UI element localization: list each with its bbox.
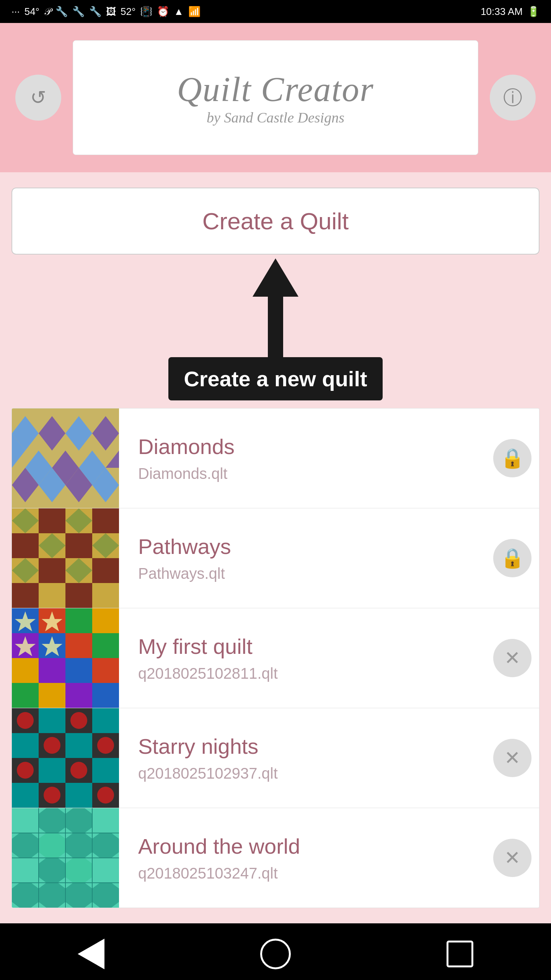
quilt-file: q2018025103247.qlt (138, 865, 466, 882)
svg-marker-84 (12, 883, 39, 908)
wrench2-icon: 🔧 (72, 6, 85, 18)
quilt-info-myfirst: My first quilt q2018025102811.qlt (119, 622, 486, 694)
svg-marker-87 (92, 883, 119, 908)
quilt-name: Pathways (138, 534, 466, 559)
svg-rect-51 (39, 683, 65, 708)
quilt-item[interactable]: Diamonds Diamonds.qlt 🔒 (12, 408, 539, 508)
svg-point-74 (97, 787, 114, 804)
nav-back-icon (78, 939, 104, 969)
quilt-action-myfirst: ✕ (486, 608, 539, 708)
nav-recents-icon (447, 941, 473, 967)
quilt-info-pathways: Pathways Pathways.qlt (119, 523, 486, 594)
quilt-file: q2018025102811.qlt (138, 665, 466, 682)
quilt-item[interactable]: Around the world q2018025103247.qlt ✕ (12, 808, 539, 908)
quilt-info-diamonds: Diamonds Diamonds.qlt (119, 423, 486, 494)
quilt-item[interactable]: My first quilt q2018025102811.qlt ✕ (12, 608, 539, 708)
vibrate-icon: 📳 (140, 6, 152, 18)
main-content: Create a Quilt Create a new quilt (0, 172, 551, 923)
lock-button[interactable]: 🔒 (493, 439, 531, 477)
svg-marker-86 (65, 883, 92, 908)
svg-point-71 (17, 762, 34, 779)
create-quilt-button[interactable]: Create a Quilt (11, 188, 540, 255)
svg-rect-27 (12, 583, 39, 608)
status-bar: ··· 54° 𝒫 🔧 🔧 🔧 🖼 52° 📳 ⏰ ▲ 📶 10:33 AM 🔋 (0, 0, 551, 23)
tooltip-arrow-shaft (268, 296, 283, 357)
svg-rect-44 (65, 633, 92, 658)
svg-rect-52 (65, 683, 92, 708)
quilt-name: My first quilt (138, 634, 466, 659)
svg-rect-26 (92, 558, 119, 583)
svg-rect-47 (39, 658, 65, 683)
wrench3-icon: 🔧 (89, 6, 101, 18)
temp-icon: 54° (24, 6, 39, 18)
svg-rect-24 (39, 558, 65, 583)
quilt-file: q2018025102937.qlt (138, 765, 466, 782)
svg-rect-40 (65, 608, 92, 633)
wifi-icon: ▲ (174, 6, 184, 18)
quilt-thumbnail-around (12, 808, 119, 908)
svg-marker-76 (39, 808, 65, 833)
image-icon: 🖼 (106, 6, 116, 18)
svg-rect-53 (92, 683, 119, 708)
delete-button[interactable]: ✕ (493, 739, 531, 777)
tooltip-arrow-head (253, 258, 298, 297)
nav-bar (0, 923, 551, 980)
quilt-item[interactable]: Pathways Pathways.qlt 🔒 (12, 508, 539, 608)
svg-marker-81 (92, 833, 119, 858)
status-left: ··· 54° 𝒫 🔧 🔧 🔧 🖼 52° 📳 ⏰ ▲ 📶 (11, 6, 201, 18)
quilt-item[interactable]: Starry nights q2018025102937.qlt ✕ (12, 708, 539, 808)
quilt-action-around: ✕ (486, 808, 539, 908)
delete-button[interactable]: ✕ (493, 639, 531, 677)
app-logo: Quilt Creator by Sand Castle Designs (73, 40, 478, 155)
quilt-action-starry: ✕ (486, 708, 539, 808)
quilt-thumbnail-starry (12, 708, 119, 808)
quilt-thumbnail-diamonds (12, 408, 119, 508)
svg-marker-83 (65, 858, 92, 883)
svg-point-72 (70, 762, 87, 779)
quilt-name: Around the world (138, 834, 466, 859)
svg-marker-80 (65, 833, 92, 858)
app-header: ↺ Quilt Creator by Sand Castle Designs ⓘ (0, 23, 551, 172)
svg-rect-48 (65, 658, 92, 683)
svg-rect-28 (39, 583, 65, 608)
svg-rect-50 (12, 683, 39, 708)
status-right: 10:33 AM 🔋 (481, 6, 540, 18)
lock-button[interactable]: 🔒 (493, 539, 531, 577)
battery-icon: 🔋 (527, 6, 540, 18)
wrench1-icon: 🔧 (55, 6, 68, 18)
svg-rect-46 (12, 658, 39, 683)
nav-recents-button[interactable] (447, 941, 473, 967)
svg-rect-45 (92, 633, 119, 658)
svg-rect-16 (39, 508, 65, 533)
tooltip-box: Create a new quilt (168, 357, 382, 400)
svg-point-70 (97, 737, 114, 754)
svg-marker-82 (39, 858, 65, 883)
svg-rect-49 (92, 658, 119, 683)
quilt-file: Diamonds.qlt (138, 465, 466, 482)
quilt-action-pathways: 🔒 (486, 508, 539, 608)
svg-point-68 (70, 712, 87, 729)
svg-rect-41 (92, 608, 119, 633)
time-display: 10:33 AM (481, 6, 523, 18)
quilt-list: Diamonds Diamonds.qlt 🔒 (11, 408, 540, 908)
delete-button[interactable]: ✕ (493, 839, 531, 877)
svg-point-67 (17, 712, 34, 729)
quilt-file: Pathways.qlt (138, 565, 466, 582)
temp2-icon: 52° (121, 6, 135, 18)
nav-back-button[interactable] (78, 939, 104, 969)
svg-marker-79 (39, 833, 65, 858)
logo-title: Quilt Creator (177, 70, 374, 109)
svg-rect-19 (12, 533, 39, 558)
nav-home-button[interactable] (260, 939, 291, 969)
nav-home-icon (260, 939, 291, 969)
quilt-info-around: Around the world q2018025103247.qlt (119, 822, 486, 893)
svg-marker-85 (39, 883, 65, 908)
quilt-thumbnail-myfirst (12, 608, 119, 708)
quilt-name: Starry nights (138, 734, 466, 759)
info-button[interactable]: ⓘ (490, 75, 536, 121)
svg-rect-30 (92, 583, 119, 608)
svg-rect-29 (65, 583, 92, 608)
pinterest-icon: 𝒫 (44, 6, 51, 18)
back-button[interactable]: ↺ (15, 75, 61, 121)
quilt-action-diamonds: 🔒 (486, 408, 539, 508)
